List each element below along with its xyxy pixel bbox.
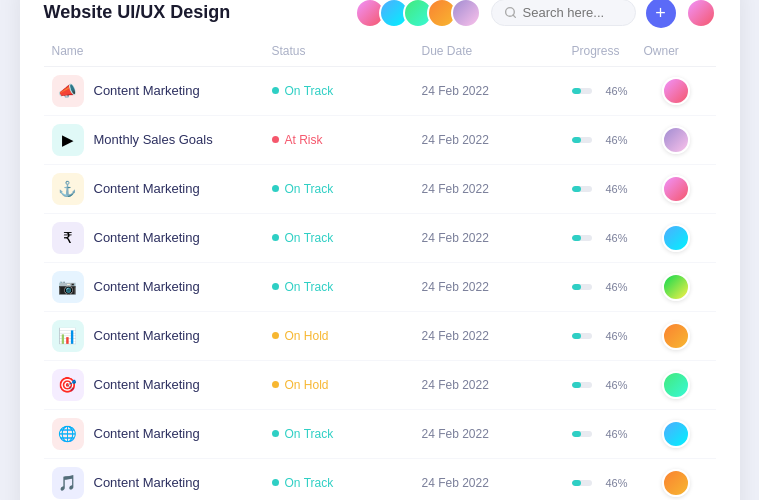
progress-bar-bg (572, 480, 592, 486)
header-actions: + (355, 0, 716, 28)
owner-avatar (662, 77, 690, 105)
add-button[interactable]: + (646, 0, 676, 28)
status-cell: On Track (264, 84, 414, 98)
date-cell: 24 Feb 2022 (414, 427, 564, 441)
table-row[interactable]: 🎵 Content Marketing On Track 24 Feb 2022… (44, 459, 716, 501)
owner-cell (636, 273, 716, 301)
table-row[interactable]: 📷 Content Marketing On Track 24 Feb 2022… (44, 263, 716, 312)
status-dot (272, 430, 279, 437)
table-row[interactable]: 🌐 Content Marketing On Track 24 Feb 2022… (44, 410, 716, 459)
owner-avatar (662, 371, 690, 399)
user-avatar[interactable] (686, 0, 716, 28)
search-input[interactable] (523, 5, 623, 20)
status-cell: On Track (264, 476, 414, 490)
progress-cell: 46% (564, 428, 636, 440)
progress-cell: 46% (564, 134, 636, 146)
search-box[interactable] (491, 0, 636, 26)
owner-avatar (662, 126, 690, 154)
status-cell: On Hold (264, 329, 414, 343)
status-cell: On Track (264, 427, 414, 441)
progress-cell: 46% (564, 232, 636, 244)
progress-cell: 46% (564, 85, 636, 97)
progress-cell: 46% (564, 183, 636, 195)
table-row[interactable]: ₹ Content Marketing On Track 24 Feb 2022… (44, 214, 716, 263)
progress-bar-fill (572, 137, 581, 143)
table-row[interactable]: 📊 Content Marketing On Hold 24 Feb 2022 … (44, 312, 716, 361)
owner-cell (636, 126, 716, 154)
task-table: Name Status Due Date Progress Owner 📣 Co… (44, 44, 716, 501)
row-icon: ▶ (52, 124, 84, 156)
name-cell: ₹ Content Marketing (44, 222, 264, 254)
progress-bar-bg (572, 186, 592, 192)
row-icon: ⚓ (52, 173, 84, 205)
status-dot (272, 381, 279, 388)
status-dot (272, 234, 279, 241)
owner-avatar (662, 469, 690, 497)
date-cell: 24 Feb 2022 (414, 231, 564, 245)
row-icon: ₹ (52, 222, 84, 254)
col-name: Name (44, 44, 264, 58)
row-icon: 📣 (52, 75, 84, 107)
row-name: Content Marketing (94, 377, 200, 392)
status-dot (272, 479, 279, 486)
status-label: On Hold (285, 378, 329, 392)
status-dot (272, 185, 279, 192)
table-row[interactable]: ▶ Monthly Sales Goals At Risk 24 Feb 202… (44, 116, 716, 165)
name-cell: ⚓ Content Marketing (44, 173, 264, 205)
name-cell: 🌐 Content Marketing (44, 418, 264, 450)
name-cell: 📷 Content Marketing (44, 271, 264, 303)
progress-cell: 46% (564, 477, 636, 489)
status-label: On Track (285, 182, 334, 196)
progress-bar-fill (572, 235, 581, 241)
progress-bar-bg (572, 333, 592, 339)
progress-bar-bg (572, 88, 592, 94)
row-name: Content Marketing (94, 230, 200, 245)
status-cell: On Track (264, 182, 414, 196)
owner-cell (636, 420, 716, 448)
table-row[interactable]: 📣 Content Marketing On Track 24 Feb 2022… (44, 67, 716, 116)
progress-bar-bg (572, 235, 592, 241)
page-title: Website UI/UX Design (44, 2, 231, 23)
date-cell: 24 Feb 2022 (414, 280, 564, 294)
status-cell: On Track (264, 280, 414, 294)
status-label: On Track (285, 84, 334, 98)
progress-bar-bg (572, 431, 592, 437)
row-name: Content Marketing (94, 475, 200, 490)
progress-bar-fill (572, 480, 581, 486)
main-card: Website UI/UX Design + Name Status Due D… (20, 0, 740, 500)
progress-bar-fill (572, 333, 581, 339)
owner-cell (636, 175, 716, 203)
progress-pct: 46% (600, 85, 628, 97)
progress-bar-fill (572, 284, 581, 290)
date-cell: 24 Feb 2022 (414, 84, 564, 98)
team-avatars (355, 0, 481, 28)
status-cell: At Risk (264, 133, 414, 147)
progress-pct: 46% (600, 379, 628, 391)
table-row[interactable]: ⚓ Content Marketing On Track 24 Feb 2022… (44, 165, 716, 214)
owner-avatar (662, 420, 690, 448)
progress-cell: 46% (564, 379, 636, 391)
progress-pct: 46% (600, 183, 628, 195)
name-cell: 📣 Content Marketing (44, 75, 264, 107)
col-progress: Progress (564, 44, 636, 58)
owner-cell (636, 469, 716, 497)
table-row[interactable]: 🎯 Content Marketing On Hold 24 Feb 2022 … (44, 361, 716, 410)
owner-cell (636, 224, 716, 252)
row-name: Content Marketing (94, 83, 200, 98)
progress-pct: 46% (600, 281, 628, 293)
owner-avatar (662, 175, 690, 203)
progress-bar-bg (572, 284, 592, 290)
row-name: Monthly Sales Goals (94, 132, 213, 147)
progress-bar-fill (572, 88, 581, 94)
name-cell: 🎯 Content Marketing (44, 369, 264, 401)
owner-cell (636, 77, 716, 105)
name-cell: 🎵 Content Marketing (44, 467, 264, 499)
row-name: Content Marketing (94, 328, 200, 343)
progress-cell: 46% (564, 330, 636, 342)
status-label: At Risk (285, 133, 323, 147)
status-label: On Hold (285, 329, 329, 343)
owner-avatar (662, 322, 690, 350)
col-due-date: Due Date (414, 44, 564, 58)
row-icon: 📷 (52, 271, 84, 303)
progress-pct: 46% (600, 232, 628, 244)
